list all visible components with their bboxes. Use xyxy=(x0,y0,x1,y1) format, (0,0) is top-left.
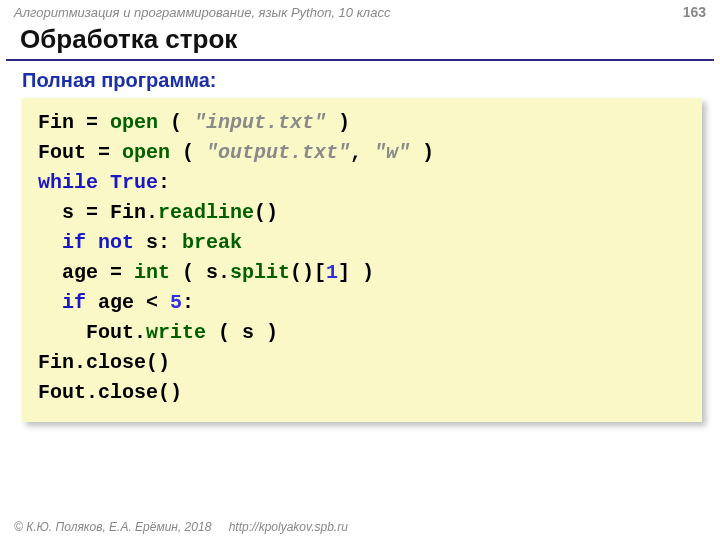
footer: © К.Ю. Поляков, Е.А. Ерёмин, 2018 http:/… xyxy=(0,520,348,534)
code-line-4: s = Fin.readline() xyxy=(38,201,278,224)
footer-url: http://kpolyakov.spb.ru xyxy=(229,520,348,534)
header-bar: Алгоритмизация и программирование, язык … xyxy=(0,0,720,22)
code-line-10: Fout.close() xyxy=(38,381,182,404)
section-subtitle: Полная программа: xyxy=(0,67,720,98)
course-title: Алгоритмизация и программирование, язык … xyxy=(14,5,390,20)
code-line-3: while True: xyxy=(38,171,170,194)
code-line-1: Fin = open ( "input.txt" ) xyxy=(38,111,350,134)
page-number: 163 xyxy=(683,4,706,20)
page-title: Обработка строк xyxy=(6,22,714,61)
code-line-7: if age < 5: xyxy=(38,291,194,314)
copyright: © К.Ю. Поляков, Е.А. Ерёмин, 2018 xyxy=(14,520,211,534)
code-line-2: Fout = open ( "output.txt", "w" ) xyxy=(38,141,434,164)
code-line-8: Fout.write ( s ) xyxy=(38,321,278,344)
code-line-9: Fin.close() xyxy=(38,351,170,374)
code-line-6: age = int ( s.split()[1] ) xyxy=(38,261,374,284)
code-line-5: if not s: break xyxy=(38,231,242,254)
code-block: Fin = open ( "input.txt" ) Fout = open (… xyxy=(22,98,702,422)
